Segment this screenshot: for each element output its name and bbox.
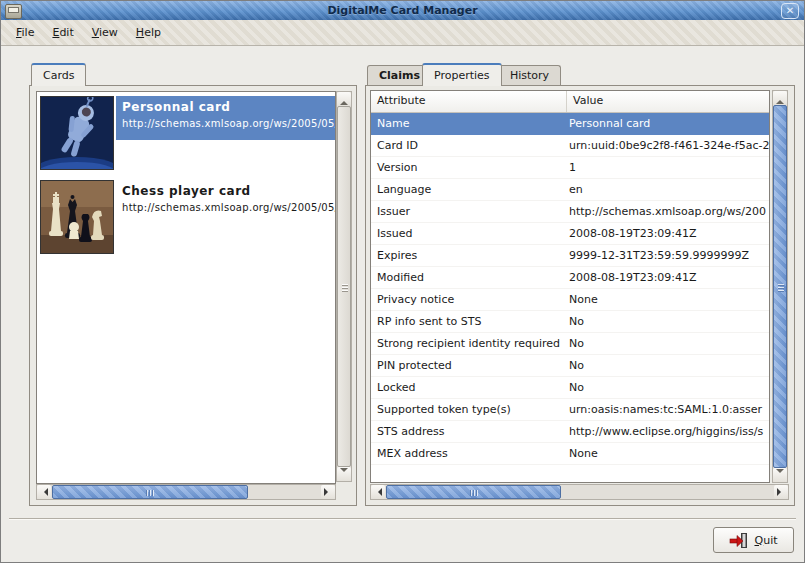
scroll-left-icon[interactable] (371, 485, 385, 499)
card-text: Personnal cardhttp://schemas.xmlsoap.org… (116, 96, 336, 140)
table-row[interactable]: Strong recipient identity requiredNo (371, 333, 769, 355)
scroll-right-icon[interactable] (774, 485, 788, 499)
value-cell: http://schemas.xmlsoap.org/ws/200 (567, 201, 769, 222)
cards-list: Personnal cardhttp://schemas.xmlsoap.org… (36, 91, 336, 484)
table-row[interactable]: Privacy noticeNone (371, 289, 769, 311)
quit-door-icon (729, 532, 749, 549)
table-row[interactable]: Supported token type(s)urn:oasis:names:t… (371, 399, 769, 421)
menu-edit[interactable]: Edit (43, 23, 82, 42)
attribute-cell: Language (371, 179, 567, 200)
cards-vertical-scrollbar[interactable] (336, 91, 352, 482)
menubar: File Edit View Help (1, 20, 804, 46)
astronaut-card-image (40, 96, 114, 170)
attribute-cell: Name (371, 113, 567, 134)
menu-view[interactable]: View (83, 23, 127, 42)
app-window: DigitalMe Card Manager ✕ File Edit View … (0, 0, 805, 563)
attribute-cell: Locked (371, 377, 567, 398)
table-row[interactable]: LockedNo (371, 377, 769, 399)
table-row[interactable]: NamePersonnal card (371, 113, 769, 135)
table-row[interactable]: Expires9999-12-31T23:59:59.9999999Z (371, 245, 769, 267)
attribute-cell: PIN protected (371, 355, 567, 376)
tab-properties[interactable]: Properties (422, 63, 502, 86)
footer-separator (9, 518, 796, 520)
card-title: Chess player card (122, 184, 336, 198)
attribute-cell: Strong recipient identity required (371, 333, 567, 354)
table-row[interactable]: Languageen (371, 179, 769, 201)
window-title: DigitalMe Card Manager (1, 4, 804, 17)
scroll-down-icon[interactable] (337, 467, 351, 481)
attribute-cell: Issued (371, 223, 567, 244)
attribute-cell: Card ID (371, 135, 567, 156)
close-icon[interactable]: ✕ (781, 3, 799, 19)
attribute-cell: Supported token type(s) (371, 399, 567, 420)
menu-file[interactable]: File (7, 23, 43, 42)
attribute-cell: Modified (371, 267, 567, 288)
column-header-value[interactable]: Value (567, 91, 769, 112)
value-cell: urn:uuid:0be9c2f8-f461-324e-f5ac-2 (567, 135, 769, 156)
value-cell: http://www.eclipse.org/higgins/iss/s (567, 421, 769, 442)
value-cell: None (567, 443, 769, 464)
properties-hscroll-thumb[interactable] (386, 485, 561, 499)
card-url: http://schemas.xmlsoap.org/ws/2005/05/id… (122, 202, 336, 213)
tab-cards[interactable]: Cards (31, 63, 86, 86)
attribute-cell: STS address (371, 421, 567, 442)
table-row[interactable]: Issued2008-08-19T23:09:41Z (371, 223, 769, 245)
value-cell: 2008-08-19T23:09:41Z (567, 267, 769, 288)
chess-card-image (40, 180, 114, 254)
scroll-right-icon[interactable] (321, 485, 335, 499)
scroll-left-icon[interactable] (37, 485, 51, 499)
scroll-up-icon[interactable] (337, 92, 351, 106)
attribute-cell: MEX address (371, 443, 567, 464)
value-cell: 1 (567, 157, 769, 178)
table-row[interactable]: Issuerhttp://schemas.xmlsoap.org/ws/200 (371, 201, 769, 223)
value-cell: 2008-08-19T23:09:41Z (567, 223, 769, 244)
tab-history[interactable]: History (498, 65, 561, 86)
attribute-cell: Issuer (371, 201, 567, 222)
attribute-cell: RP info sent to STS (371, 311, 567, 332)
table-row[interactable]: RP info sent to STSNo (371, 311, 769, 333)
value-cell: No (567, 311, 769, 332)
chess-card-image (41, 181, 113, 253)
cards-hscroll-thumb[interactable] (52, 485, 248, 499)
card-text: Chess player cardhttp://schemas.xmlsoap.… (116, 180, 336, 224)
value-cell: Personnal card (567, 113, 769, 134)
cards-panel: Personnal cardhttp://schemas.xmlsoap.org… (29, 85, 357, 506)
table-row[interactable]: STS addresshttp://www.eclipse.org/higgin… (371, 421, 769, 443)
card-url: http://schemas.xmlsoap.org/ws/2005/05/id… (122, 118, 336, 129)
table-row[interactable]: MEX addressNone (371, 443, 769, 465)
attribute-cell: Expires (371, 245, 567, 266)
table-row[interactable]: Version1 (371, 157, 769, 179)
quit-label: Quit (754, 534, 777, 547)
table-row[interactable]: PIN protectedNo (371, 355, 769, 377)
value-cell: No (567, 355, 769, 376)
scroll-up-icon[interactable] (773, 91, 787, 105)
properties-vscroll-thumb[interactable] (773, 105, 787, 468)
menu-help[interactable]: Help (127, 23, 170, 42)
table-header-row: Attribute Value (371, 91, 769, 113)
quit-button[interactable]: Quit (713, 527, 794, 553)
scroll-down-icon[interactable] (773, 468, 787, 482)
titlebar[interactable]: DigitalMe Card Manager ✕ (1, 1, 804, 21)
cards-vscroll-thumb[interactable] (337, 106, 351, 467)
value-cell: No (567, 333, 769, 354)
value-cell: en (567, 179, 769, 200)
value-cell: 9999-12-31T23:59:59.9999999Z (567, 245, 769, 266)
value-cell: urn:oasis:names:tc:SAML:1.0:asser (567, 399, 769, 420)
properties-vertical-scrollbar[interactable] (772, 90, 788, 483)
column-header-attribute[interactable]: Attribute (371, 91, 567, 112)
cards-horizontal-scrollbar[interactable] (36, 484, 336, 500)
properties-panel: Attribute Value NamePersonnal cardCard I… (365, 85, 795, 506)
attribute-cell: Version (371, 157, 567, 178)
table-row[interactable]: Modified2008-08-19T23:09:41Z (371, 267, 769, 289)
attribute-cell: Privacy notice (371, 289, 567, 310)
table-row[interactable]: Card IDurn:uuid:0be9c2f8-f461-324e-f5ac-… (371, 135, 769, 157)
value-cell: No (567, 377, 769, 398)
astronaut-card-image (41, 97, 113, 169)
card-list-item[interactable]: Chess player cardhttp://schemas.xmlsoap.… (37, 176, 335, 260)
value-cell: None (567, 289, 769, 310)
card-list-item[interactable]: Personnal cardhttp://schemas.xmlsoap.org… (37, 92, 335, 176)
card-title: Personnal card (122, 100, 336, 114)
properties-horizontal-scrollbar[interactable] (370, 484, 789, 500)
properties-table: Attribute Value NamePersonnal cardCard I… (370, 90, 770, 483)
